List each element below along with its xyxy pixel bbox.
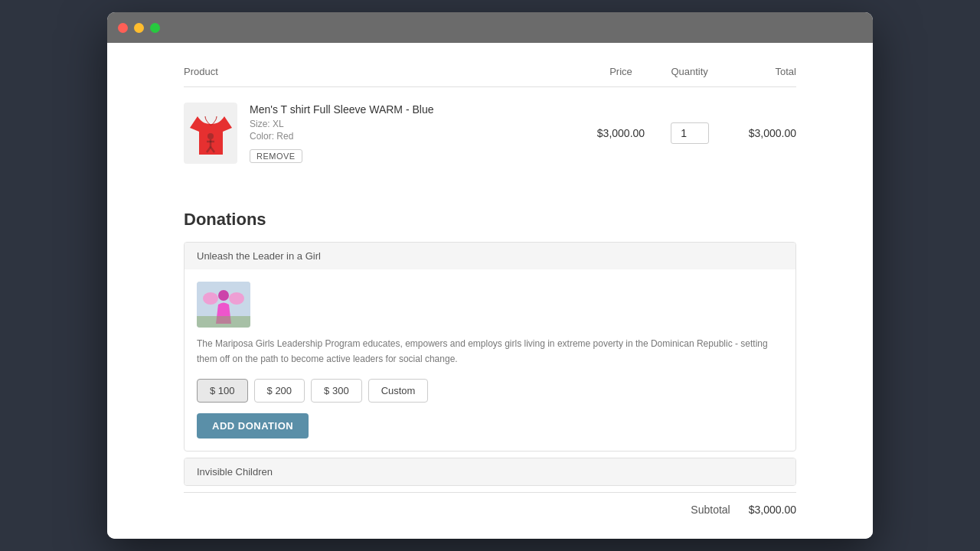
subtotal-value: $3,000.00 (749, 504, 796, 516)
footer-subtotal: Subtotal $3,000.00 (184, 492, 796, 516)
product-price: $3,000.00 (583, 87, 658, 180)
svg-point-7 (203, 292, 218, 305)
svg-rect-9 (197, 316, 250, 328)
donation-body-1: The Mariposa Girls Leadership Program ed… (185, 269, 795, 450)
donations-title: Donations (184, 210, 796, 230)
col-product: Product (184, 66, 583, 87)
col-price: Price (583, 66, 658, 87)
donation-header-2: Invisible Children (185, 458, 795, 485)
donation-image-svg (197, 282, 250, 328)
product-quantity-cell (659, 87, 720, 180)
svg-point-0 (207, 133, 214, 139)
donation-description: The Mariposa Girls Leadership Program ed… (197, 337, 783, 366)
amount-300-button[interactable]: $ 300 (311, 379, 362, 403)
amount-200-button[interactable]: $ 200 (254, 379, 305, 403)
close-button[interactable] (118, 23, 128, 33)
product-color: Color: Red (250, 131, 433, 142)
svg-point-8 (229, 292, 244, 305)
donation-header-1: Unleash the Leader in a Girl (185, 243, 795, 269)
donations-section: Donations Unleash the Leader in a Girl (184, 210, 796, 485)
product-total: $3,000.00 (720, 87, 796, 180)
minimize-button[interactable] (134, 23, 144, 33)
subtotal-label: Subtotal (691, 504, 730, 516)
table-row: Men's T shirt Full Sleeve WARM - Blue Si… (184, 87, 796, 180)
product-cell: Men's T shirt Full Sleeve WARM - Blue Si… (184, 103, 583, 164)
donation-image-1 (197, 282, 250, 328)
donation-card-1: Unleash the Leader in a Girl (184, 242, 796, 451)
remove-button[interactable]: REMOVE (250, 149, 302, 163)
amount-custom-button[interactable]: Custom (368, 379, 429, 403)
donation-amounts: $ 100 $ 200 $ 300 Custom (197, 379, 783, 403)
amount-100-button[interactable]: $ 100 (197, 379, 248, 403)
maximize-button[interactable] (150, 23, 160, 33)
tshirt-icon (190, 109, 232, 158)
product-size: Size: XL (250, 119, 433, 129)
svg-point-6 (218, 290, 229, 301)
add-donation-button[interactable]: ADD DONATION (197, 413, 309, 439)
cart-table: Product Price Quantity Total (184, 66, 796, 179)
donation-card-2: Invisible Children (184, 458, 796, 486)
product-info: Men's T shirt Full Sleeve WARM - Blue Si… (250, 103, 433, 163)
col-quantity: Quantity (659, 66, 720, 87)
product-name: Men's T shirt Full Sleeve WARM - Blue (250, 103, 433, 116)
titlebar (107, 12, 873, 43)
main-content: Product Price Quantity Total (107, 43, 873, 538)
app-window: Product Price Quantity Total (107, 12, 873, 538)
product-image (184, 103, 237, 164)
col-total: Total (720, 66, 796, 87)
quantity-input[interactable] (671, 122, 709, 144)
